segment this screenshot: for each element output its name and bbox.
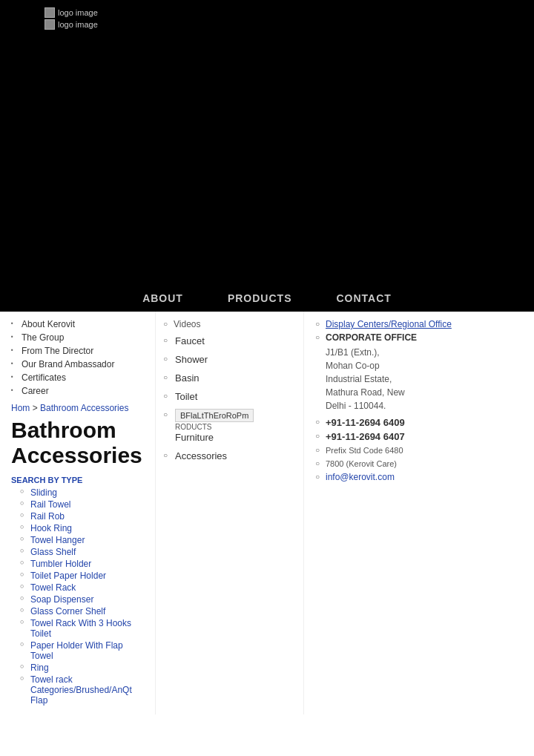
logo-image-2 [44,19,55,30]
products-menu-list: Faucet Shower Basin Toilet BFlaLtThEroRo… [163,335,296,461]
sidebar-bottom-link-item: Towel rack Categories/Brushed/AnQt Flap [11,674,148,706]
prefix-label: Prefix Std Code 6480 [326,446,403,455]
address-line3: Industrial Estate, [326,374,392,384]
products-column: ○ Videos Faucet Shower Basin Toilet BFla… [156,312,304,714]
sidebar-item-paper-holder-flap[interactable]: Paper Holder With Flap Towel [20,640,148,661]
logo-text-2: logo image [58,20,98,29]
product-featured[interactable]: BFlaLtThEroRoPm RODUCTS Furniture [163,410,296,443]
contact-corporate-label: CORPORATE OFFICE [326,332,417,343]
logo-line-1: logo image [44,7,98,18]
about-submenu-item-2[interactable]: The Group [11,332,148,343]
featured-box: BFlaLtThEroRoPm [175,409,254,422]
navigation-bar: ABOUT PRODUCTS CONTACT [0,292,534,312]
sidebar-item-glass-shelf[interactable]: Glass Shelf [20,547,148,557]
phone1: +91-11-2694 6409 [326,417,405,428]
nav-contact[interactable]: CONTACT [336,292,391,304]
contact-column: Display Centers/Regional Office CORPORAT… [304,312,534,714]
about-submenu-item-4[interactable]: Our Brand Ambassador [11,359,148,369]
sidebar-list-group: Sliding Rail Towel Rail Rob Hook Ring To… [11,487,148,673]
sidebar-item-towel-hanger[interactable]: Towel Hanger [20,535,148,545]
product-shower[interactable]: Shower [163,354,296,365]
sidebar-item-soap-dispenser[interactable]: Soap Dispenser [20,594,148,605]
product-toilet[interactable]: Toilet [163,391,296,402]
main-content: About Kerovit The Group From The Directo… [0,312,534,714]
logo-text-1: logo image [58,8,98,17]
logo-line-2: logo image [44,19,98,30]
address-line1: J1/B1 (Extn.), [326,347,380,358]
sidebar-item-towel-rack-3hooks[interactable]: Towel Rack With 3 Hooks Toilet [20,618,148,639]
phone2: +91-11-2694 6407 [326,431,405,442]
sidebar-item-toilet-paper-holder[interactable]: Toilet Paper Holder [20,571,148,581]
sidebar-filter-items: Sliding Rail Towel Rail Rob Hook Ring To… [11,487,148,673]
sidebar-item-sliding[interactable]: Sliding [20,487,148,498]
sidebar: About Kerovit The Group From The Directo… [0,312,156,714]
address-line5: Delhi - 110044. [326,401,386,411]
contact-address-block: J1/B1 (Extn.), Mohan Co-op Industrial Es… [326,346,523,412]
videos-item[interactable]: ○ Videos [163,319,296,329]
sidebar-sublist: Towel rack Categories/Brushed/AnQt Flap [11,674,148,706]
sidebar-item-rail-rob[interactable]: Rail Rob [20,511,148,522]
sidebar-item-hook-ring[interactable]: Hook Ring [20,523,148,533]
sidebar-bottom-link[interactable]: Towel rack Categories/Brushed/AnQt Flap [20,674,148,706]
breadcrumb-home[interactable]: Hom [11,403,33,413]
page-title: Bathroom Accessories [11,418,148,468]
sidebar-item-glass-corner-shelf[interactable]: Glass Corner Shelf [20,606,148,617]
phone2-item: +91-11-2694 6407 [315,431,523,442]
about-dropdown: About Kerovit The Group From The Directo… [11,319,148,396]
prefix-item: Prefix Std Code 6480 [315,445,523,456]
contact-display-item[interactable]: Display Centers/Regional Office [315,319,523,329]
about-submenu-item-5[interactable]: Certificates [11,372,148,383]
about-submenu-item-1[interactable]: About Kerovit [11,319,148,329]
kerovit-care-item: 7800 (Kerovit Care) [315,458,523,469]
about-submenu-item-6[interactable]: Career [11,386,148,396]
logo-image-1 [44,7,55,18]
furniture-label: Furniture [175,432,214,443]
sidebar-filter-list: Sliding Rail Towel Rail Rob Hook Ring To… [11,487,148,706]
product-basin[interactable]: Basin [163,372,296,384]
breadcrumb: Hom > Bathroom Accessories [11,402,148,413]
contact-corporate-item: CORPORATE OFFICE [315,332,523,343]
nav-products[interactable]: PRODUCTS [228,292,292,304]
phone1-item: +91-11-2694 6409 [315,417,523,428]
sidebar-item-rail-towel[interactable]: Rail Towel [20,499,148,510]
sidebar-item-tumbler-holder[interactable]: Tumbler Holder [20,559,148,569]
address-line2: Mohan Co-op [326,361,380,371]
kerovit-care: 7800 (Kerovit Care) [326,459,397,468]
product-faucet[interactable]: Faucet [163,335,296,346]
about-submenu-list: About Kerovit The Group From The Directo… [11,319,148,396]
products-sublabel: RODUCTS [175,423,211,431]
contact-display-link[interactable]: Display Centers/Regional Office [326,319,452,329]
sidebar-item-ring[interactable]: Ring [20,663,148,673]
email-item[interactable]: info@kerovit.com [315,472,523,482]
nav-about[interactable]: ABOUT [142,292,183,304]
breadcrumb-current: Bathroom Accessories [40,403,128,413]
search-by-type-label: SEARCH BY TYPE [11,476,148,484]
logo-area: logo image logo image [44,7,98,31]
about-submenu-item-3[interactable]: From The Director [11,346,148,356]
breadcrumb-separator: > [33,403,40,413]
hero-banner: logo image logo image ABOUT PRODUCTS CON… [0,0,534,312]
product-accessories[interactable]: Accessories [163,450,296,461]
address-line4: Mathura Road, New [326,387,405,398]
sidebar-item-towel-rack[interactable]: Towel Rack [20,582,148,593]
email-link[interactable]: info@kerovit.com [326,472,395,482]
